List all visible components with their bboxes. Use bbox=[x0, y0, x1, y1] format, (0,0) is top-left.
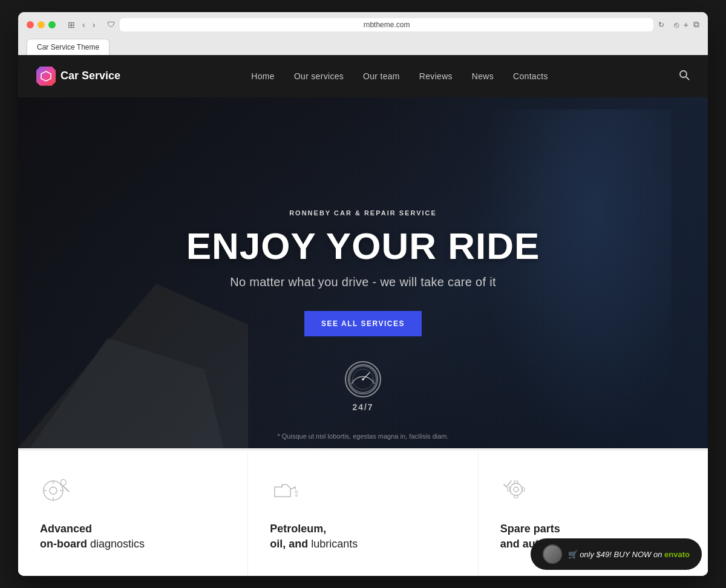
nav-link-reviews[interactable]: Reviews bbox=[419, 71, 453, 81]
windows-button[interactable]: ⧉ bbox=[693, 19, 699, 30]
shield-icon: 🛡 bbox=[107, 20, 115, 29]
hero-subtitle: No matter what you drive - we will take … bbox=[186, 275, 540, 289]
purchase-banner[interactable]: 🛒 only $49! BUY NOW on envato bbox=[531, 538, 702, 570]
browser-tabs: Car Service Theme bbox=[27, 39, 699, 55]
hero-cta-button[interactable]: SEE ALL SERVICES bbox=[304, 311, 422, 336]
spare-parts-icon bbox=[500, 475, 686, 509]
forward-button[interactable]: › bbox=[90, 19, 98, 31]
svg-rect-24 bbox=[522, 488, 525, 491]
hero-badge: 24/7 bbox=[345, 361, 381, 412]
nav-link-home[interactable]: Home bbox=[251, 71, 275, 81]
close-button[interactable] bbox=[27, 21, 34, 28]
logo-link[interactable]: Car Service bbox=[36, 67, 120, 86]
nav-link-news[interactable]: News bbox=[472, 71, 494, 81]
back-button[interactable]: ‹ bbox=[80, 19, 88, 31]
svg-line-15 bbox=[63, 486, 69, 492]
nav-item-contacts[interactable]: Contacts bbox=[513, 71, 548, 82]
hero-content: RONNEBY CAR & REPAIR SERVICE ENJOY YOUR … bbox=[174, 209, 552, 336]
service-card-oil: Petroleum,oil, and lubricants bbox=[248, 451, 478, 576]
purchase-avatar bbox=[543, 544, 562, 564]
svg-line-2 bbox=[686, 77, 689, 80]
logo-icon bbox=[36, 67, 56, 86]
nav-menu: Home Our services Our team Reviews News … bbox=[251, 71, 548, 82]
service-title-oil: Petroleum,oil, and lubricants bbox=[270, 521, 456, 552]
hero-title: ENJOY YOUR RIDE bbox=[186, 226, 540, 266]
service-card-diagnostics: Advancedon-board diagnostics bbox=[18, 451, 248, 576]
hero-section: RONNEBY CAR & REPAIR SERVICE ENJOY YOUR … bbox=[18, 97, 708, 448]
nav-item-news[interactable]: News bbox=[472, 71, 494, 82]
maximize-button[interactable] bbox=[48, 21, 56, 28]
browser-action-buttons: ⎋ + ⧉ bbox=[674, 19, 699, 30]
envato-logo: envato bbox=[664, 550, 690, 559]
address-bar[interactable] bbox=[120, 18, 653, 31]
refresh-button[interactable]: ↻ bbox=[658, 21, 664, 29]
minimize-button[interactable] bbox=[38, 21, 45, 28]
service-title-diagnostics: Advancedon-board diagnostics bbox=[40, 521, 226, 552]
nav-item-reviews[interactable]: Reviews bbox=[419, 71, 453, 82]
new-tab-button[interactable]: + bbox=[684, 19, 688, 30]
nav-item-services[interactable]: Our services bbox=[294, 71, 344, 82]
svg-line-5 bbox=[363, 373, 370, 379]
svg-rect-21 bbox=[514, 481, 518, 483]
svg-point-18 bbox=[296, 494, 298, 496]
svg-point-19 bbox=[510, 483, 522, 495]
wheel-icon bbox=[40, 475, 226, 509]
hero-badge-text: 24/7 bbox=[345, 402, 381, 412]
nav-link-team[interactable]: Our team bbox=[363, 71, 400, 81]
browser-chrome: ⊞ ‹ › 🛡 ↻ ⎋ + ⧉ Car Service Theme bbox=[18, 12, 708, 55]
svg-rect-23 bbox=[508, 488, 510, 491]
share-button[interactable]: ⎋ bbox=[674, 19, 679, 30]
site-content: Car Service Home Our services Our team R… bbox=[18, 55, 708, 576]
svg-point-6 bbox=[362, 378, 364, 381]
purchase-text: 🛒 only $49! BUY NOW on envato bbox=[568, 550, 690, 559]
svg-point-10 bbox=[50, 487, 57, 494]
speedometer-icon bbox=[345, 361, 381, 397]
svg-point-3 bbox=[348, 365, 378, 394]
search-button[interactable] bbox=[679, 70, 690, 83]
hero-pretitle: RONNEBY CAR & REPAIR SERVICE bbox=[186, 209, 540, 217]
svg-point-17 bbox=[295, 491, 298, 493]
svg-point-20 bbox=[514, 487, 518, 492]
hero-caption: * Quisque ut nisl lobortis, egestas magn… bbox=[277, 433, 448, 440]
svg-point-1 bbox=[680, 71, 687, 77]
nav-link-services[interactable]: Our services bbox=[294, 71, 344, 81]
purchase-price: only $49! BUY NOW on bbox=[580, 550, 662, 559]
browser-nav-buttons: ⊞ ‹ › bbox=[65, 19, 97, 31]
navbar: Car Service Home Our services Our team R… bbox=[18, 55, 708, 97]
tab-switcher-button[interactable]: ⊞ bbox=[65, 19, 77, 31]
nav-link-contacts[interactable]: Contacts bbox=[513, 71, 548, 81]
logo-text: Car Service bbox=[60, 70, 120, 82]
oil-icon bbox=[270, 475, 456, 509]
svg-rect-22 bbox=[514, 495, 518, 498]
nav-item-home[interactable]: Home bbox=[251, 71, 275, 82]
svg-marker-0 bbox=[41, 71, 51, 81]
active-tab[interactable]: Car Service Theme bbox=[27, 39, 110, 55]
svg-point-4 bbox=[353, 369, 373, 390]
traffic-lights bbox=[27, 21, 56, 28]
browser-window: ⊞ ‹ › 🛡 ↻ ⎋ + ⧉ Car Service Theme bbox=[18, 12, 708, 576]
nav-item-team[interactable]: Our team bbox=[363, 71, 400, 82]
